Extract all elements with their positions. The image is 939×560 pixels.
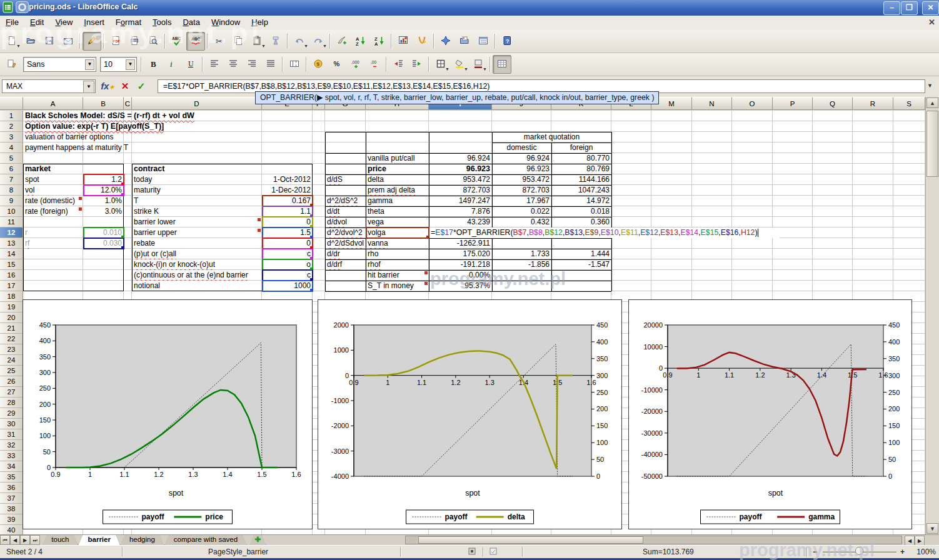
cell-K5[interactable]: 80.770 bbox=[551, 153, 611, 164]
row-header-11[interactable]: 11 bbox=[0, 217, 23, 228]
reference-handle[interactable] bbox=[310, 257, 313, 259]
cell-A6[interactable]: market bbox=[23, 164, 83, 174]
percent-button[interactable]: % bbox=[328, 55, 346, 74]
cut-button[interactable]: ✂ bbox=[210, 32, 229, 51]
reference-handle[interactable] bbox=[426, 236, 429, 238]
cell-H17[interactable]: S_T in money bbox=[366, 281, 429, 291]
row-header-14[interactable]: 14 bbox=[0, 249, 23, 259]
dropdown-arrow-icon[interactable]: ▼ bbox=[304, 44, 308, 48]
cell-A2[interactable]: Option value: exp(-r T) E[payoff(S_T)] bbox=[23, 121, 166, 132]
cell-H6[interactable]: price bbox=[366, 164, 429, 174]
spelling-button[interactable]: ABC bbox=[168, 32, 186, 51]
auto-spellcheck-button[interactable]: ABC bbox=[186, 32, 205, 51]
document-modified-icon[interactable] bbox=[468, 547, 476, 557]
system-menu-icon[interactable] bbox=[16, 1, 29, 15]
currency-button[interactable]: $ bbox=[309, 55, 328, 74]
cell-J6[interactable]: 96.923 bbox=[492, 164, 551, 174]
new-button[interactable]: ▼ bbox=[3, 32, 21, 51]
expand-formula-bar-icon[interactable]: ▼ bbox=[927, 82, 933, 89]
print-preview-button[interactable] bbox=[144, 32, 163, 51]
border-color-button[interactable]: ▼ bbox=[469, 55, 488, 74]
row-header-10[interactable]: 10 bbox=[0, 206, 23, 217]
italic-button[interactable]: i bbox=[163, 55, 181, 74]
last-sheet-icon[interactable]: ⏭ bbox=[30, 535, 40, 545]
cancel-button[interactable]: ✕ bbox=[118, 79, 133, 93]
name-box[interactable]: MAX ▼ bbox=[2, 79, 96, 93]
row-header-34[interactable]: 34 bbox=[0, 461, 23, 472]
cell-J5[interactable]: 96.924 bbox=[492, 153, 551, 164]
row-header-38[interactable]: 38 bbox=[0, 504, 23, 514]
cell-H11[interactable]: vega bbox=[366, 217, 429, 228]
cell-I8[interactable]: 872.703 bbox=[429, 185, 492, 196]
dropdown-arrow-icon[interactable]: ▼ bbox=[464, 67, 468, 71]
cell-D11[interactable]: barrier lower bbox=[132, 217, 262, 228]
export-pdf-button[interactable]: PDF bbox=[106, 32, 125, 51]
horizontal-scrollbar[interactable] bbox=[405, 536, 902, 544]
menu-item-format[interactable]: Format bbox=[110, 16, 147, 30]
cell-H16[interactable]: hit barrier bbox=[366, 270, 429, 281]
reference-handle[interactable] bbox=[310, 289, 313, 291]
row-header-4[interactable]: 4 bbox=[0, 142, 23, 153]
row-header-7[interactable]: 7 bbox=[0, 174, 23, 185]
row-header-2[interactable]: 2 bbox=[0, 121, 23, 132]
in-cell-formula[interactable]: =E$17*OPT_BARRIER(B$7,B$8,B$12,B$13,E$9,… bbox=[429, 228, 780, 238]
row-header-30[interactable]: 30 bbox=[0, 419, 23, 429]
toggle-grid-button[interactable] bbox=[493, 55, 511, 74]
chevron-down-icon[interactable]: ▼ bbox=[126, 59, 135, 70]
row-header-17[interactable]: 17 bbox=[0, 281, 23, 291]
cell-D14[interactable]: (p)ut or (c)all bbox=[132, 249, 262, 259]
delete-decimal-button[interactable]: ,00 bbox=[365, 55, 384, 74]
email-document-button[interactable] bbox=[59, 32, 78, 51]
row-header-40[interactable]: 40 bbox=[0, 525, 23, 534]
reference-handle[interactable] bbox=[310, 214, 313, 217]
cell-A4[interactable]: payment happens at maturity T bbox=[23, 142, 130, 153]
merge-cells-button[interactable] bbox=[285, 55, 304, 74]
scroll-down-icon[interactable]: ▼ bbox=[926, 523, 938, 534]
styles-button[interactable] bbox=[3, 55, 21, 74]
cell-K9[interactable]: 14.972 bbox=[551, 196, 611, 206]
menu-item-file[interactable]: File bbox=[0, 16, 24, 30]
scroll-up-icon[interactable]: ▲ bbox=[926, 98, 938, 108]
cell-K6[interactable]: 80.769 bbox=[551, 164, 611, 174]
row-header-35[interactable]: 35 bbox=[0, 472, 23, 482]
cell-G13[interactable]: d^2/dSdvol bbox=[325, 238, 366, 249]
accept-button[interactable]: ✓ bbox=[134, 79, 149, 93]
row-header-27[interactable]: 27 bbox=[0, 387, 23, 398]
cell-G9[interactable]: d^2/dS^2 bbox=[325, 196, 366, 206]
zoom-slider-thumb[interactable] bbox=[855, 547, 863, 555]
cell-I14[interactable]: 175.020 bbox=[429, 249, 492, 259]
menu-item-data[interactable]: Data bbox=[177, 16, 205, 30]
row-header-5[interactable]: 5 bbox=[0, 153, 23, 164]
row-header-13[interactable]: 13 bbox=[0, 238, 23, 249]
cell-A1[interactable]: Black Scholes Model: dS/S = (r-rf) dt + … bbox=[23, 111, 196, 121]
chart-gamma[interactable]: -50000-40000-30000-20000-100000100002000… bbox=[628, 299, 912, 529]
row-header-36[interactable]: 36 bbox=[0, 482, 23, 493]
cell-G10[interactable]: d/dt bbox=[325, 206, 366, 217]
reference-handle[interactable] bbox=[310, 268, 313, 270]
cell-G12[interactable]: d^2/dvol^2 bbox=[325, 228, 366, 238]
align-left-button[interactable] bbox=[205, 55, 224, 74]
draw-functions-button[interactable] bbox=[413, 32, 431, 51]
cell-K11[interactable]: 0.360 bbox=[551, 217, 611, 228]
prev-sheet-icon[interactable]: ◀ bbox=[10, 535, 20, 545]
cell-K15[interactable]: -1.547 bbox=[551, 259, 611, 270]
cell-H5[interactable]: vanilla put/call bbox=[366, 153, 429, 164]
document-close-icon[interactable]: ✕ bbox=[928, 18, 935, 27]
zoom-level[interactable]: 100% bbox=[910, 547, 936, 557]
cell-K10[interactable]: 0.018 bbox=[551, 206, 611, 217]
cell-J7[interactable]: 953.472 bbox=[492, 174, 551, 185]
cell-D16[interactable]: (c)ontinuous or at the (e)nd barrier bbox=[132, 270, 262, 281]
dropdown-arrow-icon[interactable]: ▼ bbox=[323, 44, 327, 48]
cell-I16[interactable]: 0.00% bbox=[429, 270, 492, 281]
row-header-18[interactable]: 18 bbox=[0, 291, 23, 302]
row-header-21[interactable]: 21 bbox=[0, 323, 23, 334]
add-decimal-button[interactable]: ,000 bbox=[346, 55, 365, 74]
cell-J10[interactable]: 0.022 bbox=[492, 206, 551, 217]
function-wizard-button[interactable]: fx✶ bbox=[100, 79, 115, 93]
cell-I13[interactable]: -1262.911 bbox=[429, 238, 492, 249]
cell-I11[interactable]: 43.239 bbox=[429, 217, 492, 228]
reference-handle[interactable] bbox=[121, 236, 124, 238]
cell-A10[interactable]: rate (foreign) bbox=[23, 206, 83, 217]
help-button[interactable]: ? bbox=[498, 32, 516, 51]
row-header-26[interactable]: 26 bbox=[0, 376, 23, 387]
